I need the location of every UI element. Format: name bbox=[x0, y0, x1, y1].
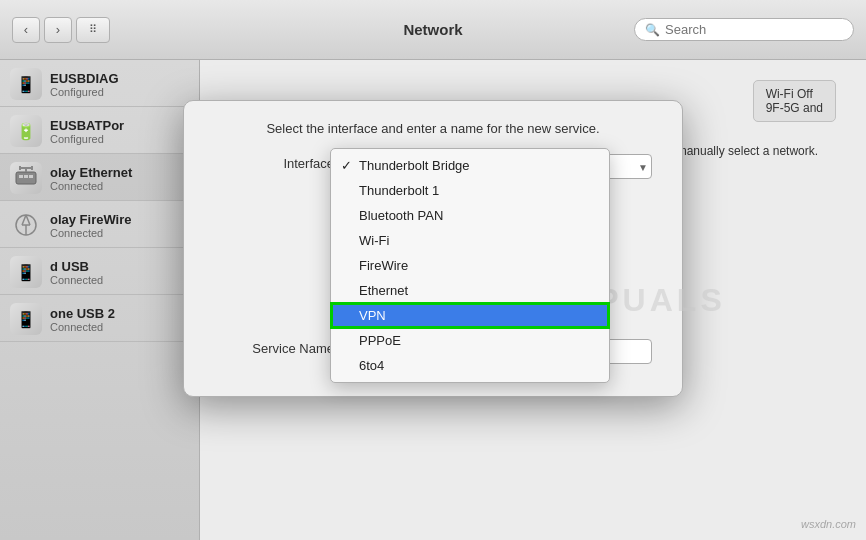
dropdown-item-wi-fi[interactable]: Wi-Fi bbox=[331, 228, 609, 253]
dropdown-item-firewire[interactable]: FireWire bbox=[331, 253, 609, 278]
dropdown-arrow-icon: ▼ bbox=[638, 161, 648, 172]
interface-input-area: ▼ Thunderbolt Bridge Thunderbolt 1 Bluet… bbox=[340, 154, 652, 179]
modal-overlay: Select the interface and enter a name fo… bbox=[0, 60, 866, 540]
dropdown-item-ethernet[interactable]: Ethernet bbox=[331, 278, 609, 303]
back-button[interactable]: ‹ bbox=[12, 17, 40, 43]
window-title: Network bbox=[403, 21, 462, 38]
dropdown-item-thunderbolt-1[interactable]: Thunderbolt 1 bbox=[331, 178, 609, 203]
dropdown-item-bluetooth-pan[interactable]: Bluetooth PAN bbox=[331, 203, 609, 228]
dropdown-item-6to4[interactable]: 6to4 bbox=[331, 353, 609, 378]
interface-row: Interface ▼ Thunderbolt Bridge Thunderbo… bbox=[214, 154, 652, 179]
service-name-label: Service Name bbox=[214, 339, 334, 356]
nav-buttons: ‹ › ⠿ bbox=[12, 17, 110, 43]
search-box[interactable]: 🔍 bbox=[634, 18, 854, 41]
search-icon: 🔍 bbox=[645, 23, 660, 37]
forward-button[interactable]: › bbox=[44, 17, 72, 43]
right-panel: Wi-Fi Off 9F-5G and you will be joined a… bbox=[200, 60, 866, 540]
interface-dropdown-menu[interactable]: Thunderbolt Bridge Thunderbolt 1 Bluetoo… bbox=[330, 148, 610, 383]
dropdown-item-vpn[interactable]: VPN bbox=[331, 303, 609, 328]
title-bar: ‹ › ⠿ Network 🔍 bbox=[0, 0, 866, 60]
interface-label: Interface bbox=[214, 154, 334, 171]
modal-title: Select the interface and enter a name fo… bbox=[214, 121, 652, 136]
modal-dialog: Select the interface and enter a name fo… bbox=[183, 100, 683, 397]
main-content: 📱 EUSBDIAG Configured 🔋 EUSBATPor Config… bbox=[0, 60, 866, 540]
search-input[interactable] bbox=[665, 22, 843, 37]
dropdown-item-thunderbolt-bridge[interactable]: Thunderbolt Bridge bbox=[331, 153, 609, 178]
dropdown-item-pppoe[interactable]: PPPoE bbox=[331, 328, 609, 353]
grid-button[interactable]: ⠿ bbox=[76, 17, 110, 43]
